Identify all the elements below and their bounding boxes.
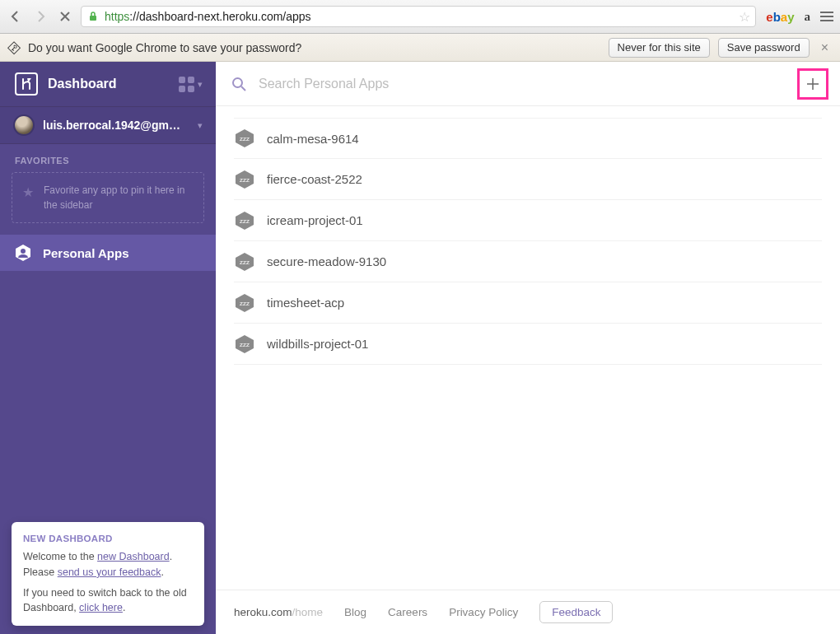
avatar bbox=[13, 114, 35, 136]
sidebar-item-personal-apps[interactable]: Personal Apps bbox=[0, 235, 216, 271]
svg-text:zzz: zzz bbox=[240, 300, 250, 307]
svg-text:zzz: zzz bbox=[240, 259, 250, 266]
sleeping-app-icon: zzz bbox=[234, 251, 255, 273]
app-row[interactable]: zzz wildbills-project-01 bbox=[234, 324, 822, 365]
url-text: https://dashboard-next.heroku.com/apps bbox=[105, 10, 734, 23]
sidebar-title: Dashboard bbox=[48, 77, 169, 91]
chevron-down-icon: ▾ bbox=[198, 79, 203, 90]
app-name: wildbills-project-01 bbox=[267, 337, 368, 351]
person-hex-icon bbox=[13, 243, 33, 263]
app-switcher[interactable]: ▾ bbox=[179, 77, 203, 92]
app-row[interactable]: zzz timesheet-acp bbox=[234, 282, 822, 324]
sidebar-header: Dashboard ▾ bbox=[0, 62, 216, 106]
new-dashboard-link[interactable]: new Dashboard bbox=[97, 551, 170, 562]
app-name: timesheet-acp bbox=[267, 296, 344, 310]
svg-text:zzz: zzz bbox=[240, 217, 250, 225]
svg-text:zzz: zzz bbox=[240, 135, 250, 142]
favorites-empty-box: ★ Favorite any app to pin it here in the… bbox=[12, 172, 204, 223]
notice-line-1: Welcome to the new Dashboard. Please sen… bbox=[23, 549, 193, 580]
app-name: icream-project-01 bbox=[267, 213, 363, 227]
sleeping-app-icon: zzz bbox=[234, 333, 255, 355]
sleeping-app-icon: zzz bbox=[234, 169, 255, 190]
bookmark-star-icon[interactable]: ☆ bbox=[739, 9, 750, 25]
footer-link-blog[interactable]: Blog bbox=[344, 606, 366, 618]
create-app-button[interactable] bbox=[797, 68, 828, 100]
star-outline-icon: ★ bbox=[22, 184, 34, 200]
app-row[interactable]: zzz fierce-coast-2522 bbox=[234, 159, 822, 200]
app-row[interactable]: zzz secure-meadow-9130 bbox=[234, 241, 822, 282]
chrome-menu-icon[interactable] bbox=[820, 12, 833, 21]
password-prompt-text: Do you want Google Chrome to save your p… bbox=[28, 41, 301, 54]
new-dashboard-notice: NEW DASHBOARD Welcome to the new Dashboa… bbox=[12, 522, 204, 626]
search-icon bbox=[231, 76, 247, 92]
browser-toolbar: https://dashboard-next.heroku.com/apps ☆… bbox=[0, 0, 840, 34]
svg-text:zzz: zzz bbox=[240, 341, 250, 348]
sidebar-item-label: Personal Apps bbox=[43, 246, 128, 260]
svg-rect-0 bbox=[90, 16, 96, 21]
send-feedback-link[interactable]: send us your feedback bbox=[58, 566, 161, 578]
chevron-down-icon: ▾ bbox=[198, 120, 203, 131]
never-for-this-site-button[interactable]: Never for this site bbox=[609, 38, 710, 58]
close-password-bar-button[interactable]: × bbox=[818, 40, 832, 55]
sidebar: Dashboard ▾ luis.berrocal.1942@gmail....… bbox=[0, 62, 216, 634]
footer-brand[interactable]: heroku.com/home bbox=[234, 606, 323, 618]
favorites-hint-text: Favorite any app to pin it here in the s… bbox=[44, 183, 194, 212]
user-email: luis.berrocal.1942@gmail.... bbox=[43, 119, 186, 132]
amazon-extension-icon[interactable]: a bbox=[805, 10, 811, 24]
account-dropdown[interactable]: luis.berrocal.1942@gmail.... ▾ bbox=[0, 106, 216, 144]
app-name: secure-meadow-9130 bbox=[267, 254, 386, 268]
footer: heroku.com/home Blog Careers Privacy Pol… bbox=[216, 590, 840, 634]
app-row[interactable]: zzz calm-mesa-9614 bbox=[234, 118, 822, 159]
app-root: Dashboard ▾ luis.berrocal.1942@gmail....… bbox=[0, 62, 840, 634]
svg-point-3 bbox=[233, 78, 242, 87]
forward-button[interactable] bbox=[31, 7, 49, 26]
notice-line-2: If you need to switch back to the old Da… bbox=[23, 585, 193, 617]
sleeping-app-icon: zzz bbox=[234, 292, 255, 314]
key-icon: ⚿ bbox=[5, 39, 22, 56]
notice-heading: NEW DASHBOARD bbox=[23, 532, 193, 546]
ebay-extension-icon[interactable]: ebay bbox=[766, 10, 794, 24]
address-bar[interactable]: https://dashboard-next.heroku.com/apps ☆ bbox=[81, 6, 756, 27]
app-name: fierce-coast-2522 bbox=[267, 172, 362, 186]
svg-line-4 bbox=[241, 86, 245, 91]
footer-link-privacy[interactable]: Privacy Policy bbox=[449, 606, 518, 618]
svg-point-2 bbox=[21, 249, 26, 254]
heroku-logo-icon[interactable] bbox=[15, 72, 38, 96]
favorites-section-label: FAVORITES bbox=[0, 144, 216, 172]
save-password-button[interactable]: Save password bbox=[718, 38, 810, 58]
grid-icon bbox=[179, 77, 194, 92]
toolbar-right: ebay a bbox=[763, 10, 833, 24]
old-dashboard-link[interactable]: click here bbox=[79, 602, 123, 613]
feedback-button[interactable]: Feedback bbox=[539, 601, 613, 623]
sleeping-app-icon: zzz bbox=[234, 210, 255, 231]
search-row bbox=[216, 62, 840, 106]
svg-text:zzz: zzz bbox=[240, 176, 250, 184]
apps-list: zzz calm-mesa-9614 zzz fierce-coast-2522… bbox=[216, 106, 840, 590]
app-row[interactable]: zzz icream-project-01 bbox=[234, 200, 822, 241]
password-save-bar: ⚿ Do you want Google Chrome to save your… bbox=[0, 34, 840, 62]
stop-button[interactable] bbox=[56, 7, 74, 26]
footer-link-careers[interactable]: Careers bbox=[388, 606, 427, 618]
sleeping-app-icon: zzz bbox=[234, 128, 255, 149]
search-input[interactable] bbox=[259, 77, 786, 91]
main-content: zzz calm-mesa-9614 zzz fierce-coast-2522… bbox=[216, 62, 840, 634]
lock-icon bbox=[86, 10, 100, 23]
app-name: calm-mesa-9614 bbox=[267, 132, 359, 146]
back-button[interactable] bbox=[7, 7, 25, 26]
